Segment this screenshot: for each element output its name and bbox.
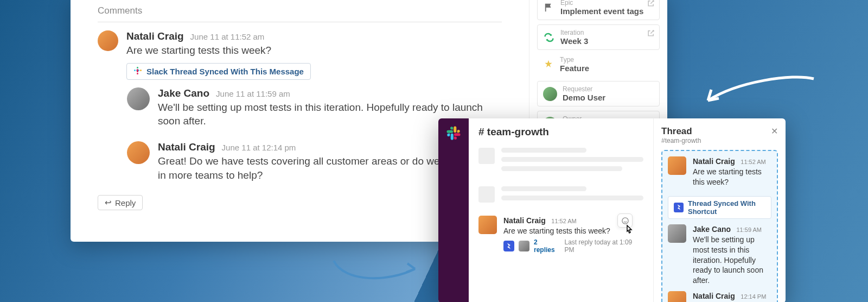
slack-window: # team-growth Natali Craig 11:52 AM Are … <box>438 118 786 302</box>
message-time: 12:14 PM <box>741 293 766 300</box>
thread-message[interactable]: Jake Cano 11:59 AM We'll be setting up m… <box>668 224 771 286</box>
message-author: Natali Craig <box>503 216 546 225</box>
reaction-button[interactable] <box>617 213 633 228</box>
message-author: Jake Cano <box>693 225 731 234</box>
type-icon <box>542 59 554 71</box>
comment-text: Are we starting tests this week? <box>126 43 502 58</box>
close-icon[interactable]: ✕ <box>771 126 778 136</box>
svg-marker-6 <box>545 60 552 67</box>
comments-header: Comments <box>98 5 502 22</box>
sidebar-epic[interactable]: Epic Implement event tags <box>537 0 660 20</box>
svg-rect-3 <box>137 73 138 74</box>
avatar <box>98 30 118 51</box>
shortcut-sync-badge-label: Thread Synced With Shortcut <box>688 199 765 216</box>
iteration-icon <box>543 32 555 43</box>
avatar <box>543 87 557 101</box>
comment-time: June 11 at 12:14 pm <box>222 143 296 152</box>
thread-message[interactable]: Natali Craig 12:14 PM <box>668 291 771 302</box>
slack-sync-badge[interactable]: Slack Thread Synced With This Message <box>126 63 311 80</box>
slack-logo-icon <box>446 126 461 142</box>
svg-rect-2 <box>140 70 142 71</box>
svg-rect-0 <box>134 70 136 71</box>
comment: Natali Craig June 11 at 11:52 am Are we … <box>98 30 502 80</box>
sidebar-label: Iteration <box>560 29 588 36</box>
comment-author: Natali Craig <box>126 30 184 42</box>
comment-time: June 11 at 11:52 am <box>190 32 265 41</box>
slack-thread-pane: Thread #team-growth ✕ Natali Craig 11:52… <box>653 118 786 302</box>
svg-point-7 <box>622 217 628 223</box>
comment-time: June 11 at 11:59 am <box>216 89 290 98</box>
sidebar-value: Week 3 <box>560 36 588 46</box>
reply-button[interactable]: ↩ Reply <box>98 195 143 210</box>
slack-channel-pane: # team-growth Natali Craig 11:52 AM Are … <box>469 118 653 302</box>
channel-name[interactable]: # team-growth <box>478 126 643 138</box>
thread-message[interactable]: Natali Craig 11:52 AM Are we starting te… <box>668 156 771 187</box>
sidebar-label: Type <box>560 56 589 64</box>
slack-sidebar <box>438 118 469 302</box>
svg-rect-5 <box>137 69 138 72</box>
comment-author: Natali Craig <box>158 141 215 153</box>
svg-rect-1 <box>137 67 138 68</box>
avatar <box>668 291 686 302</box>
sidebar-value: Implement event tags <box>560 7 643 16</box>
shortcut-app-icon <box>674 203 684 212</box>
slack-icon <box>133 66 142 77</box>
popout-icon[interactable] <box>647 0 655 9</box>
avatar <box>127 141 150 164</box>
skeleton-message <box>478 186 643 205</box>
shortcut-sync-badge[interactable]: Thread Synced With Shortcut <box>668 196 771 219</box>
sidebar-value: Feature <box>560 64 589 73</box>
popout-icon[interactable] <box>647 29 655 39</box>
skeleton-message <box>478 148 643 175</box>
message-time: 11:59 AM <box>737 226 762 233</box>
slack-sync-badge-label: Slack Thread Synced With This Message <box>146 67 304 76</box>
sidebar-type[interactable]: Type Feature <box>537 52 660 77</box>
shortcut-app-icon <box>503 241 514 251</box>
epic-icon <box>543 2 555 14</box>
decorative-arrow-icon <box>694 71 825 119</box>
thread-summary[interactable]: 2 replies Last reply today at 1:09 PM <box>503 238 643 254</box>
message-author: Natali Craig <box>693 157 735 166</box>
sidebar-label: Epic <box>560 0 643 7</box>
message-time: 11:52 AM <box>551 218 576 224</box>
sidebar-requester[interactable]: Requester Demo User <box>537 81 660 106</box>
message-text: We'll be setting up most tests in this i… <box>693 235 771 286</box>
avatar <box>127 87 150 110</box>
comment-author: Jake Cano <box>158 87 209 99</box>
avatar <box>478 216 497 234</box>
thread-subtitle: #team-growth <box>661 137 701 144</box>
sidebar-value: Demo User <box>563 93 605 102</box>
reply-icon: ↩ <box>105 198 112 207</box>
avatar <box>668 156 686 175</box>
reply-label: Reply <box>115 198 136 207</box>
sidebar-iteration[interactable]: Iteration Week 3 <box>537 24 660 50</box>
decorative-arrow-icon <box>323 244 431 288</box>
message-author: Natali Craig <box>693 292 735 300</box>
replies-count: 2 replies <box>534 238 560 254</box>
sidebar-label: Requester <box>563 85 605 93</box>
thread-synced-box: Natali Craig 11:52 AM Are we starting te… <box>661 150 778 302</box>
replies-time: Last reply today at 1:09 PM <box>565 238 644 254</box>
message-time: 11:52 AM <box>741 159 765 165</box>
message-text: Are we starting tests this week? <box>693 167 771 187</box>
avatar <box>668 224 686 243</box>
thread-title: Thread <box>661 126 701 137</box>
avatar <box>519 241 529 251</box>
